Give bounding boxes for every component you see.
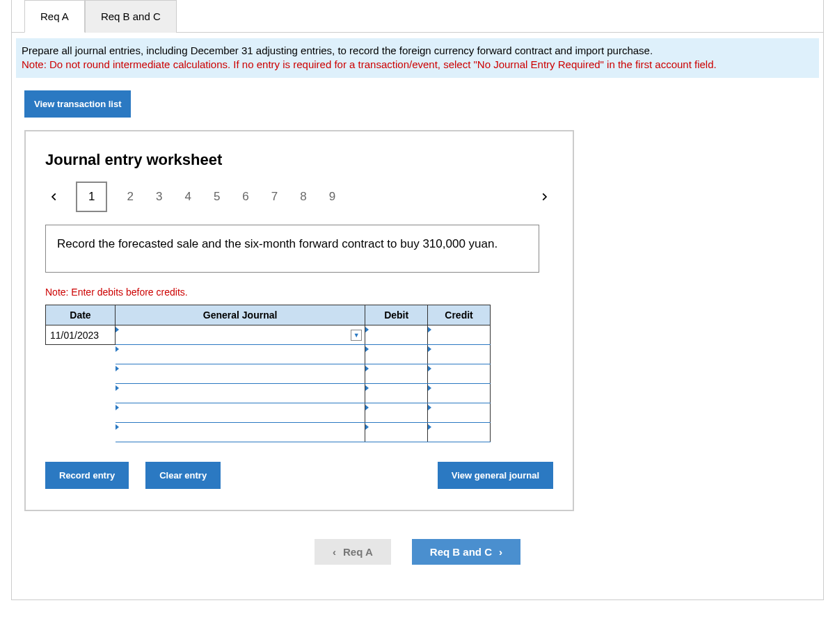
credit-cell[interactable] <box>428 325 491 345</box>
debit-cell[interactable] <box>365 345 428 364</box>
account-cell[interactable] <box>115 384 365 403</box>
date-cell <box>46 345 116 364</box>
clear-entry-button[interactable]: Clear entry <box>145 462 221 489</box>
step-tab-3[interactable]: 3 <box>153 186 165 208</box>
transaction-prompt: Record the forecasted sale and the six-m… <box>45 225 539 273</box>
debits-before-credits-note: Note: Enter debits before credits. <box>45 287 553 298</box>
top-tabs: Req A Req B and C <box>12 0 823 33</box>
step-tab-7[interactable]: 7 <box>269 186 280 208</box>
credit-cell[interactable] <box>428 364 491 384</box>
account-cell[interactable] <box>115 403 365 423</box>
table-row <box>46 345 491 364</box>
date-cell <box>46 384 116 403</box>
instruction-text: Prepare all journal entries, including D… <box>22 45 653 56</box>
step-prev-arrow[interactable] <box>45 188 63 206</box>
table-row <box>46 364 491 384</box>
col-header-credit: Credit <box>428 305 491 325</box>
date-cell <box>46 423 116 442</box>
table-row <box>46 403 491 423</box>
credit-cell[interactable] <box>428 403 491 423</box>
step-next-arrow[interactable] <box>535 188 553 206</box>
credit-cell[interactable] <box>428 345 491 364</box>
step-tab-2[interactable]: 2 <box>124 186 136 208</box>
credit-cell[interactable] <box>428 384 491 403</box>
next-req-label: Req B and C <box>430 546 492 558</box>
table-row <box>46 384 491 403</box>
instruction-panel: Prepare all journal entries, including D… <box>16 38 819 78</box>
debit-cell[interactable] <box>365 403 428 423</box>
credit-cell[interactable] <box>428 423 491 442</box>
journal-entry-table: Date General Journal Debit Credit 11/01/… <box>45 305 491 442</box>
step-tab-5[interactable]: 5 <box>211 186 223 208</box>
debit-cell[interactable] <box>365 423 428 442</box>
next-req-button[interactable]: Req B and C › <box>412 539 520 565</box>
tab-req-a[interactable]: Req A <box>24 0 85 33</box>
account-cell[interactable] <box>115 345 365 364</box>
step-tab-8[interactable]: 8 <box>297 186 309 208</box>
step-tabs: 1 2 3 4 5 6 7 8 9 <box>76 182 338 212</box>
prev-req-label: Req A <box>343 546 373 558</box>
step-tab-6[interactable]: 6 <box>239 186 251 208</box>
debit-cell[interactable] <box>365 384 428 403</box>
chevron-left-icon: ‹ <box>333 546 336 558</box>
view-general-journal-button[interactable]: View general journal <box>438 462 553 489</box>
step-tab-1[interactable]: 1 <box>76 182 107 212</box>
table-row <box>46 423 491 442</box>
prev-req-button[interactable]: ‹ Req A <box>315 539 391 565</box>
date-cell <box>46 364 116 384</box>
worksheet-title: Journal entry worksheet <box>45 151 553 169</box>
date-cell[interactable]: 11/01/2023 <box>46 325 116 345</box>
chevron-down-icon[interactable]: ▼ <box>351 330 362 341</box>
col-header-general-journal: General Journal <box>115 305 365 325</box>
account-cell[interactable]: ▼ <box>115 325 365 345</box>
debit-cell[interactable] <box>365 364 428 384</box>
col-header-date: Date <box>46 305 116 325</box>
account-cell[interactable] <box>115 364 365 384</box>
date-cell <box>46 403 116 423</box>
instruction-note: Note: Do not round intermediate calculat… <box>22 58 717 70</box>
step-tab-4[interactable]: 4 <box>182 186 193 208</box>
account-cell[interactable] <box>115 423 365 442</box>
record-entry-button[interactable]: Record entry <box>45 462 129 489</box>
tab-req-b-and-c[interactable]: Req B and C <box>85 0 177 33</box>
view-transaction-list-button[interactable]: View transaction list <box>24 90 131 118</box>
col-header-debit: Debit <box>365 305 428 325</box>
chevron-right-icon: › <box>499 546 502 558</box>
table-row: 11/01/2023 ▼ <box>46 325 491 345</box>
step-tab-9[interactable]: 9 <box>326 186 338 208</box>
journal-worksheet-panel: Journal entry worksheet 1 2 3 4 5 6 7 8 … <box>24 130 574 512</box>
debit-cell[interactable] <box>365 325 428 345</box>
